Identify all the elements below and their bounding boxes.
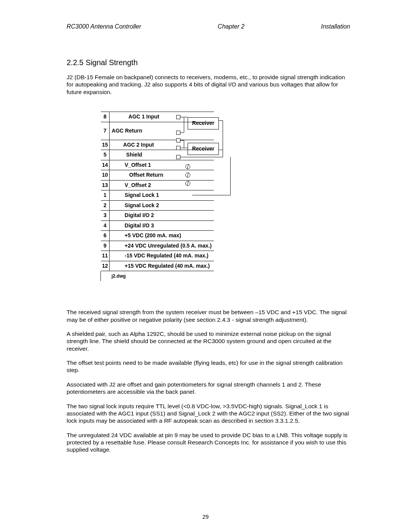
- pin-table: 8AGC 1 Input 7AGC Return 15AGC 2 Input 5…: [101, 112, 214, 271]
- pin-label: V_Offset 2: [109, 180, 214, 190]
- intro-paragraph: J2 (DB-15 Female on backpanel) connects …: [67, 73, 350, 96]
- pin-label: -15 VDC Regulated (40 mA. max.): [109, 251, 214, 261]
- pin-number: 9: [101, 241, 109, 251]
- pin-number: 13: [101, 180, 109, 190]
- pin-number: 6: [101, 231, 109, 241]
- body-paragraph: The unregulated 24 VDC available at pin …: [67, 431, 350, 454]
- pin-label: +5 VDC (200 mA. max): [109, 231, 214, 241]
- pin-label: Digital I/O 3: [109, 220, 214, 231]
- receiver-box: Receiver: [188, 117, 219, 129]
- header-left: RC3000 Antenna Controller: [67, 23, 141, 30]
- pin-number: 14: [101, 160, 109, 170]
- receiver-box: Receiver: [188, 143, 219, 155]
- table-row: 2Signal Lock 2: [101, 200, 214, 211]
- page-header: RC3000 Antenna Controller Chapter 2 Inst…: [67, 23, 350, 34]
- pinout-diagram: 8AGC 1 Input 7AGC Return 15AGC 2 Input 5…: [101, 112, 261, 281]
- pin-label: Signal Lock 2: [109, 200, 214, 211]
- pin-label: Offset Return: [109, 170, 214, 181]
- pin-number: 5: [101, 150, 109, 160]
- table-row: 11-15 VDC Regulated (40 mA. max.): [101, 251, 214, 261]
- table-row: 10Offset Return: [101, 170, 214, 181]
- table-row: 9+24 VDC Unregulated (0.5 A. max.): [101, 241, 214, 251]
- header-center: Chapter 2: [218, 23, 244, 30]
- pin-number: 15: [101, 140, 109, 150]
- pin-number: 10: [101, 170, 109, 181]
- body-paragraph: The two signal lock inputs require TTL l…: [67, 403, 350, 425]
- pin-label: +15 VDC Regulated (40 mA. max.): [109, 261, 214, 271]
- pin-number: 1: [101, 190, 109, 201]
- pin-number: 2: [101, 200, 109, 211]
- pin-number: 12: [101, 261, 109, 271]
- section-title: 2.2.5 Signal Strength: [67, 58, 350, 67]
- body-paragraph: Associated with J2 are offset and gain p…: [67, 381, 350, 396]
- drawing-file-label: j2.dwg: [100, 271, 134, 281]
- pin-number: 3: [101, 211, 109, 221]
- table-row: 14V_Offset 1: [101, 160, 214, 170]
- body-paragraph: The received signal strength from the sy…: [67, 308, 350, 323]
- table-row: 12+15 VDC Regulated (40 mA. max.): [101, 261, 214, 271]
- body-paragraph: A shielded pair, such as Alpha 1292C, sh…: [67, 330, 350, 352]
- pin-label: Digital I/O 2: [109, 211, 214, 221]
- body-paragraph: The offset test points need to be made a…: [67, 359, 350, 374]
- pin-number: 4: [101, 220, 109, 231]
- table-row: 13V_Offset 2: [101, 180, 214, 190]
- page: RC3000 Antenna Controller Chapter 2 Inst…: [0, 0, 411, 532]
- table-row: 6+5 VDC (200 mA. max): [101, 231, 214, 241]
- pin-number: 11: [101, 251, 109, 261]
- pin-number: 7: [101, 122, 109, 140]
- table-row: 4Digital I/O 3: [101, 220, 214, 231]
- pin-number: 8: [101, 112, 109, 122]
- page-number: 29: [0, 513, 411, 521]
- pin-label: V_Offset 1: [109, 160, 214, 170]
- header-right: Installation: [321, 23, 350, 30]
- table-row: 3Digital I/O 2: [101, 211, 214, 221]
- pin-label: +24 VDC Unregulated (0.5 A. max.): [109, 241, 214, 251]
